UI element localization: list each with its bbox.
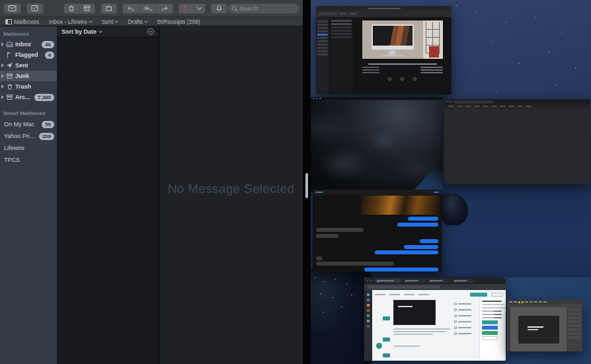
search-field[interactable] [227, 3, 299, 14]
window-thumbnail-chat[interactable] [313, 190, 442, 272]
cms-secondary-button [491, 293, 503, 297]
wallpaper-shoreline-rocks [311, 268, 372, 364]
archive-badge: 7,380 [34, 94, 54, 101]
mailboxes-toggle-button[interactable]: Mailboxes [5, 18, 39, 25]
smart-mailboxes-section-header: Smart Mailboxes [0, 108, 57, 118]
sidebar-item-on-my-mac[interactable]: On My Mac 59 [0, 118, 57, 130]
disclosure-triangle-icon[interactable] [1, 63, 4, 67]
favorite-drafts[interactable]: Drafts [128, 18, 147, 25]
sidebar-item-sent[interactable]: Sent [0, 60, 57, 71]
wallpaper-sea-foam [315, 277, 316, 278]
message-list-empty[interactable] [57, 38, 159, 364]
chevron-down-icon [115, 19, 119, 23]
chevron-down-icon [98, 29, 102, 33]
tab [428, 279, 450, 283]
move-to-junk-button[interactable] [100, 3, 117, 14]
mailboxes-sidebar-icon [5, 19, 12, 24]
disclosure-triangle-icon[interactable] [1, 85, 4, 89]
sidebar-item-yahoo-primary[interactable]: Yahoo Primary 209 [0, 130, 57, 142]
chat-messages [313, 216, 442, 272]
url-bar [364, 284, 506, 290]
disclosure-triangle-icon[interactable] [1, 95, 4, 99]
message-bubble-sent [404, 245, 438, 249]
favorite-sent[interactable]: Sent [102, 18, 118, 25]
search-icon [232, 6, 237, 11]
sidebar-item-label: TPCS [4, 157, 54, 163]
favorite-label: 00Receipts (209) [157, 18, 200, 25]
trash-icon [68, 5, 75, 12]
browser-tab-bar [444, 99, 590, 104]
address-field [368, 285, 440, 289]
on-my-mac-badge: 59 [42, 121, 54, 128]
sidebar-item-label: Inbox [15, 41, 40, 48]
delete-button[interactable] [63, 3, 79, 14]
browser-chrome [364, 277, 506, 284]
browser-tab [453, 100, 493, 104]
sidebar-item-trash[interactable]: Trash [0, 81, 57, 92]
split-view-divider[interactable] [303, 0, 311, 364]
window-thumbnail-dark-browser[interactable] [444, 99, 590, 184]
reply-all-button[interactable] [139, 3, 156, 14]
forward-button[interactable] [156, 3, 173, 14]
flag-button[interactable] [178, 3, 193, 14]
filter-icon[interactable] [147, 28, 154, 35]
unread-badge: 46 [42, 41, 54, 48]
window-thumbnail-photoshop[interactable] [507, 300, 582, 351]
search-input[interactable] [239, 5, 295, 12]
message-list-pane: Sort by Date [57, 26, 159, 364]
cms-outline-panel [454, 299, 477, 358]
sidebar-item-junk[interactable]: Junk [0, 71, 57, 81]
reply-icon [127, 5, 135, 12]
no-message-selected-text: No Message Selected [168, 182, 295, 196]
preview-pane [353, 17, 452, 94]
back-button-placeholder [315, 192, 323, 193]
disclosure-triangle-icon[interactable] [1, 74, 4, 78]
favorite-inbox-lifewire[interactable]: Inbox - Lifewire [49, 18, 92, 25]
flag-menu-button[interactable] [193, 3, 206, 14]
message-bubble-sent [408, 217, 438, 221]
trash-icon [6, 83, 13, 91]
archive-box-icon [6, 94, 13, 101]
chevron-down-icon [144, 19, 148, 23]
message-bubble-sent [420, 239, 438, 243]
sidebar-item-tpcs[interactable]: TPCS [0, 154, 57, 166]
sidebar-item-lifewire[interactable]: Lifewire [0, 142, 57, 154]
flag-icon [183, 5, 189, 12]
window-thumbnail-media-browser[interactable] [316, 6, 452, 94]
message-bubble-received [316, 228, 364, 232]
bookmarks-bar [444, 104, 590, 108]
archive-button[interactable] [79, 3, 95, 14]
tab [403, 279, 426, 283]
details-button-placeholder [434, 192, 439, 193]
get-mail-button[interactable] [3, 3, 21, 14]
red-chair [429, 46, 439, 57]
sort-by-date-button[interactable]: Sort by Date [61, 28, 97, 35]
favorite-00receipts[interactable]: 00Receipts (209) [157, 18, 200, 25]
chat-header [313, 190, 442, 195]
reply-button[interactable] [122, 3, 139, 14]
split-view-drag-handle[interactable] [305, 173, 308, 198]
embedded-screenshot [393, 300, 436, 325]
action-icons-placeholder [388, 77, 416, 81]
message-bubble-sent [375, 250, 438, 254]
window-thumbnail-cms-browser[interactable] [364, 277, 506, 361]
junk-mailbox-icon [6, 73, 13, 80]
message-bubble-received [316, 256, 323, 260]
window-thumbnail-cliff-photo[interactable] [311, 97, 443, 192]
sidebar-item-flagged[interactable]: Flagged 4 [0, 50, 57, 60]
compose-button[interactable] [26, 3, 44, 14]
mute-button[interactable] [211, 3, 227, 14]
mailboxes-toggle-label: Mailboxes [14, 18, 39, 25]
forward-icon [161, 5, 169, 12]
cms-top-nav [375, 292, 503, 297]
message-bubble-sent [397, 223, 438, 227]
sidebar-item-archive[interactable]: Arc... 7,380 [0, 92, 57, 102]
mail-window: Mailboxes Inbox - Lifewire Sent Drafts 0… [0, 0, 303, 364]
window-toolbar [316, 11, 452, 17]
sidebar-item-inbox[interactable]: Inbox 46 [0, 39, 57, 50]
message-bubble-received [316, 234, 338, 238]
sidebar-item-label: Flagged [15, 52, 43, 58]
disclosure-triangle-icon[interactable] [1, 42, 4, 46]
cms-primary-button [470, 293, 487, 297]
cliff-texture [311, 100, 443, 192]
